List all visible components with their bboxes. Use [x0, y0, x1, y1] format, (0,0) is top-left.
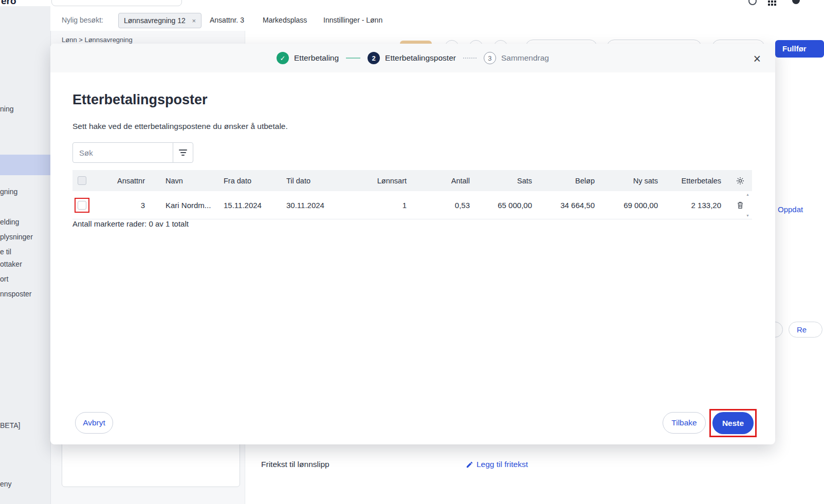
cell-lonnsart: 1 [342, 201, 414, 210]
apps-grid-icon[interactable] [768, 0, 777, 5]
tab-label: Lønnsavregning 12 [124, 16, 186, 25]
col-etterbetales: Etterbetales [665, 177, 728, 185]
cell-belop: 34 664,50 [539, 201, 602, 210]
col-ansattnr: Ansattnr [103, 177, 152, 185]
sidebar-item-selected[interactable] [0, 155, 50, 175]
step-number: 2 [368, 52, 380, 64]
step-number: 3 [484, 52, 496, 64]
sidebar-item[interactable]: e til [0, 248, 11, 256]
back-button[interactable]: Tilbake [663, 412, 706, 434]
cell-sats: 65 000,00 [477, 201, 539, 210]
cell-etterbetales: 2 133,20 [665, 201, 728, 210]
col-sats: Sats [477, 177, 539, 185]
tab-lonnsavregning-12[interactable]: Lønnsavregning 12 × [118, 13, 202, 28]
tab-ansattnr[interactable]: Ansattnr. 3 [210, 16, 244, 24]
col-til-dato: Til dato [279, 177, 342, 185]
cell-fra-dato: 15.11.2024 [216, 201, 279, 210]
scroll-down-icon[interactable]: ▼ [746, 214, 749, 217]
step-done-check-icon: ✓ [277, 52, 289, 64]
global-search-input[interactable] [51, 0, 182, 6]
step-connector [346, 58, 360, 59]
col-fra-dato: Fra dato [216, 177, 279, 185]
modal-title: Etterbetalingsposter [72, 92, 208, 108]
breadcrumb[interactable]: Lønn > Lønnsavregning [62, 36, 133, 44]
sidebar-item[interactable]: elding [0, 218, 19, 226]
selection-summary: Antall markerte rader: 0 av 1 totalt [72, 219, 189, 228]
step-etterbetaling[interactable]: ✓ Etterbetaling [277, 52, 339, 64]
wizard-stepper: ✓ Etterbetaling 2 Etterbetalingsposter 3… [50, 44, 775, 72]
table-row[interactable]: 3 Kari Nordm... 15.11.2024 30.11.2024 1 … [72, 191, 752, 219]
app-page: ero ning gning elding plysninger e til o… [0, 0, 824, 504]
tab-markedsplass[interactable]: Markedsplass [263, 16, 307, 24]
modal-subtitle: Sett hake ved de etterbetalingspostene d… [72, 122, 288, 131]
etterbetalingsposter-table: Ansattnr Navn Fra dato Til dato Lønnsart… [72, 170, 752, 219]
cell-navn: Kari Nordm... [152, 201, 216, 210]
annotation-highlight-checkbox [75, 198, 89, 213]
etterbetaling-wizard-modal: ✓ Etterbetaling 2 Etterbetalingsposter 3… [50, 44, 775, 444]
sidebar-item[interactable]: ottaker [0, 260, 22, 268]
cell-ny-sats: 69 000,00 [602, 201, 665, 210]
sidebar-item-menu[interactable]: eny [0, 480, 12, 488]
sidebar-item-beta[interactable]: BETA] [0, 421, 20, 430]
sidebar-item[interactable]: nnsposter [0, 290, 31, 298]
annotation-highlight-next-button [709, 409, 757, 437]
step-etterbetalingsposter[interactable]: 2 Etterbetalingsposter [368, 52, 456, 64]
recently-visited-label: Nylig besøkt: [62, 16, 103, 24]
fritekst-label: Fritekst til lønnslipp [261, 460, 329, 469]
search-input[interactable] [72, 142, 173, 163]
background-card-partial [62, 438, 240, 487]
step-label: Etterbetaling [294, 53, 339, 63]
filter-button[interactable] [173, 142, 193, 163]
close-icon[interactable]: × [753, 52, 761, 65]
cell-ansattnr: 3 [103, 201, 152, 210]
legg-til-fritekst-link[interactable]: Legg til fritekst [466, 460, 528, 469]
step-connector-dotted [463, 58, 477, 59]
col-ny-sats: Ny sats [602, 177, 665, 185]
sidebar-item[interactable]: gning [0, 188, 17, 196]
tab-innstillinger-lonn[interactable]: Innstillinger - Lønn [323, 16, 382, 24]
fritekst-link-label: Legg til fritekst [477, 460, 528, 469]
cancel-button[interactable]: Avbryt [75, 412, 113, 434]
step-label: Sammendrag [501, 53, 549, 63]
cell-antall: 0,53 [414, 201, 477, 210]
cell-til-dato: 30.11.2024 [279, 201, 342, 210]
table-header-row: Ansattnr Navn Fra dato Til dato Lønnsart… [72, 170, 752, 191]
re-button-partial[interactable]: Re [789, 322, 822, 338]
table-settings-icon[interactable] [728, 176, 752, 185]
step-label: Etterbetalingsposter [385, 53, 456, 63]
select-all-checkbox[interactable] [78, 176, 86, 185]
tab-close-icon[interactable]: × [192, 17, 196, 25]
col-navn: Navn [152, 177, 216, 185]
col-lonnsart: Lønnsart [342, 177, 414, 185]
oppdater-link-partial[interactable]: Oppdat [778, 205, 803, 214]
sidebar-item[interactable]: plysninger [0, 233, 33, 241]
step-sammendrag[interactable]: 3 Sammendrag [484, 52, 549, 64]
sidebar-item[interactable]: ort [0, 275, 8, 283]
row-checkbox[interactable] [78, 201, 86, 210]
app-logo: ero [1, 0, 16, 7]
pencil-icon [466, 461, 473, 469]
col-belop: Beløp [539, 177, 602, 185]
scroll-up-icon[interactable]: ▲ [746, 193, 749, 196]
col-antall: Antall [414, 177, 477, 185]
sidebar-item[interactable]: ning [0, 105, 13, 113]
fullfor-button[interactable]: Fullfør [775, 40, 824, 58]
table-scrollbar[interactable]: ▲ ▼ [745, 193, 750, 217]
